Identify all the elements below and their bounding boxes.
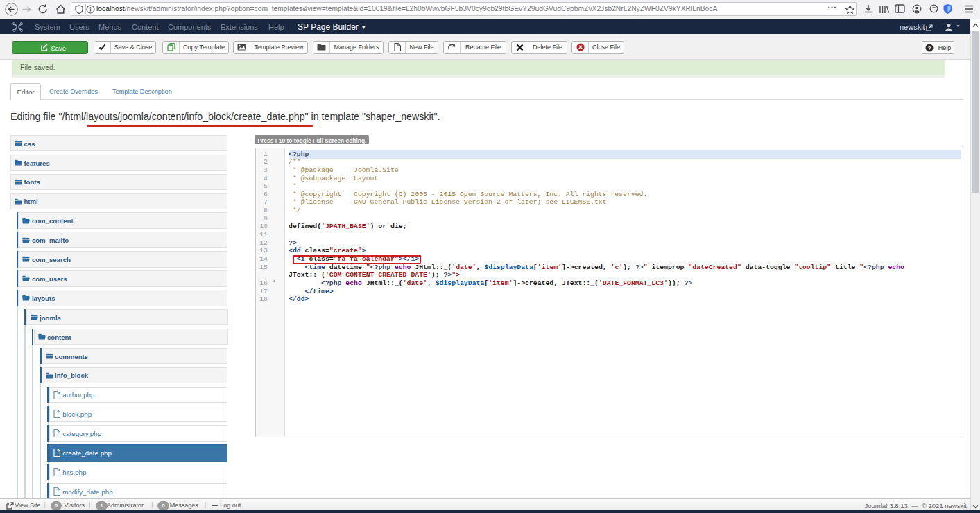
svg-text:?: ?: [928, 45, 931, 51]
